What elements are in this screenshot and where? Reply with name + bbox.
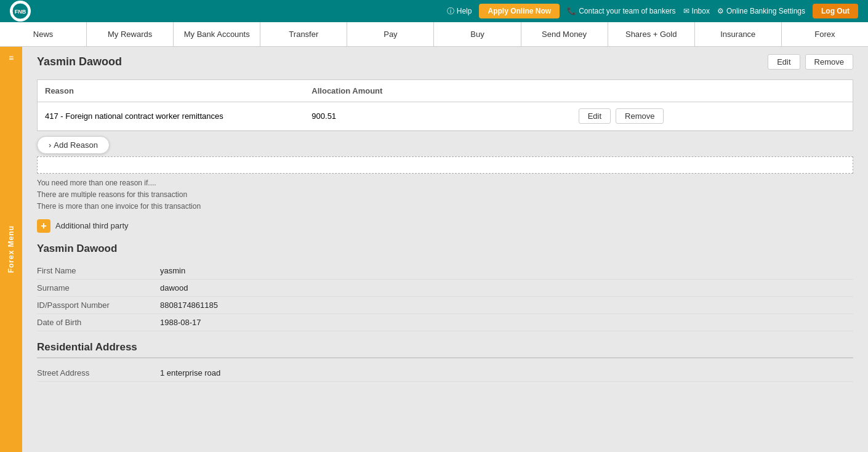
nav-buy[interactable]: Buy [434, 22, 521, 46]
header-buttons: Edit Remove [768, 54, 853, 70]
row-actions: Edit Remove [579, 108, 845, 124]
info-text: You need more than one reason if.... The… [37, 177, 853, 213]
field-surname: Surname dawood [37, 280, 853, 297]
table-row: 417 - Foreign national contract worker r… [38, 102, 853, 131]
top-bar: FNB ⓘ Help Apply Online Now 📞 Contact yo… [0, 0, 868, 22]
third-party-label: Additional third party [55, 221, 129, 230]
logout-button[interactable]: Log Out [813, 4, 858, 18]
contact-link[interactable]: 📞 Contact your team of bankers [567, 7, 675, 15]
layout: ≡ Forex Menu Yasmin Dawood Edit Remove R… [0, 47, 868, 452]
help-link[interactable]: ⓘ Help [447, 6, 472, 17]
inbox-link[interactable]: ✉ Inbox [683, 7, 710, 15]
inbox-icon: ✉ [683, 7, 689, 15]
nav-send-money[interactable]: Send Money [521, 22, 608, 46]
chevron-right-icon: › [49, 140, 51, 150]
field-value-street: 1 enterprise road [160, 368, 220, 377]
nav-my-rewards[interactable]: My Rewards [87, 22, 174, 46]
svg-text:FNB: FNB [15, 9, 26, 15]
info-line-1: You need more than one reason if.... [37, 177, 853, 189]
field-first-name: First Name yasmin [37, 262, 853, 280]
field-value-surname: dawood [160, 283, 188, 293]
gear-icon: ⚙ [717, 7, 724, 15]
nav-transfer[interactable]: Transfer [260, 22, 347, 46]
field-label-street: Street Address [37, 368, 160, 377]
field-value-first-name: yasmin [160, 266, 185, 275]
apply-online-button[interactable]: Apply Online Now [479, 4, 560, 18]
col-header-amount: Allocation Amount [311, 86, 578, 95]
help-icon: ⓘ [447, 6, 454, 17]
col-header-reason: Reason [45, 86, 311, 95]
address-title: Residential Address [37, 341, 853, 358]
edit-top-button[interactable]: Edit [768, 54, 800, 70]
logo-icon: FNB [10, 1, 31, 22]
sidebar-label: Forex Menu [7, 225, 15, 273]
info-line-3: There is more than one invoice for this … [37, 201, 853, 212]
field-label-first-name: First Name [37, 266, 160, 275]
nav-my-bank-accounts[interactable]: My Bank Accounts [174, 22, 260, 46]
nav-shares-gold[interactable]: Shares + Gold [608, 22, 695, 46]
third-party-row: + Additional third party [37, 219, 853, 233]
side-panel: ≡ Forex Menu [0, 47, 22, 452]
dashed-separator [37, 156, 853, 174]
nav-forex[interactable]: Forex [782, 22, 868, 46]
field-street-address: Street Address 1 enterprise road [37, 365, 853, 382]
row-edit-button[interactable]: Edit [579, 108, 611, 124]
info-line-2: There are multiple reasons for this tran… [37, 189, 853, 201]
field-label-surname: Surname [37, 283, 160, 293]
page-title: Yasmin Dawood [37, 55, 122, 68]
row-remove-button[interactable]: Remove [616, 108, 664, 124]
person-section-title: Yasmin Dawood [37, 243, 853, 255]
nav-bar: News My Rewards My Bank Accounts Transfe… [0, 22, 868, 47]
field-label-id: ID/Passport Number [37, 301, 160, 310]
settings-link[interactable]: ⚙ Online Banking Settings [717, 7, 805, 15]
add-reason-container: › Add Reason [37, 136, 853, 154]
main-content: Yasmin Dawood Edit Remove Reason Allocat… [22, 47, 868, 452]
field-value-id: 8808174861185 [160, 301, 218, 310]
add-reason-button[interactable]: › Add Reason [37, 136, 110, 154]
row-reason: 417 - Foreign national contract worker r… [45, 111, 311, 121]
allocations-table: Reason Allocation Amount 417 - Foreign n… [37, 79, 853, 131]
page-header: Yasmin Dawood Edit Remove [37, 54, 853, 70]
row-amount: 900.51 [311, 111, 578, 121]
field-label-dob: Date of Birth [37, 318, 160, 327]
phone-icon: 📞 [567, 7, 576, 15]
address-section: Residential Address Street Address 1 ent… [37, 341, 853, 382]
field-dob: Date of Birth 1988-08-17 [37, 314, 853, 331]
field-value-dob: 1988-08-17 [160, 318, 201, 327]
logo: FNB [10, 1, 31, 22]
nav-news[interactable]: News [0, 22, 87, 46]
field-id-passport: ID/Passport Number 8808174861185 [37, 297, 853, 314]
col-header-actions [579, 86, 845, 95]
nav-pay[interactable]: Pay [347, 22, 434, 46]
add-third-party-button[interactable]: + [37, 219, 50, 233]
menu-icon: ≡ [9, 53, 14, 63]
table-header: Reason Allocation Amount [38, 80, 853, 102]
person-section: Yasmin Dawood First Name yasmin Surname … [37, 243, 853, 331]
remove-top-button[interactable]: Remove [805, 54, 853, 70]
nav-insurance[interactable]: Insurance [695, 22, 782, 46]
